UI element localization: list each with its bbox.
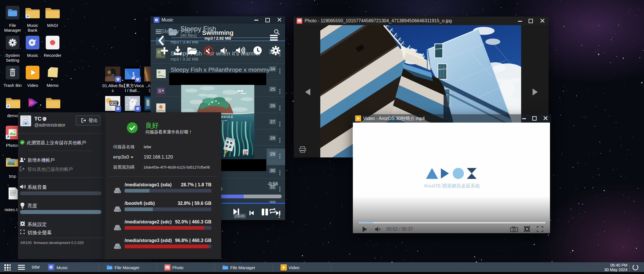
svg-text:WAVES: WAVES bbox=[221, 115, 233, 119]
svg-text:Ch: Ch bbox=[244, 150, 247, 153]
svg-text:KMNZ: KMNZ bbox=[111, 102, 119, 105]
